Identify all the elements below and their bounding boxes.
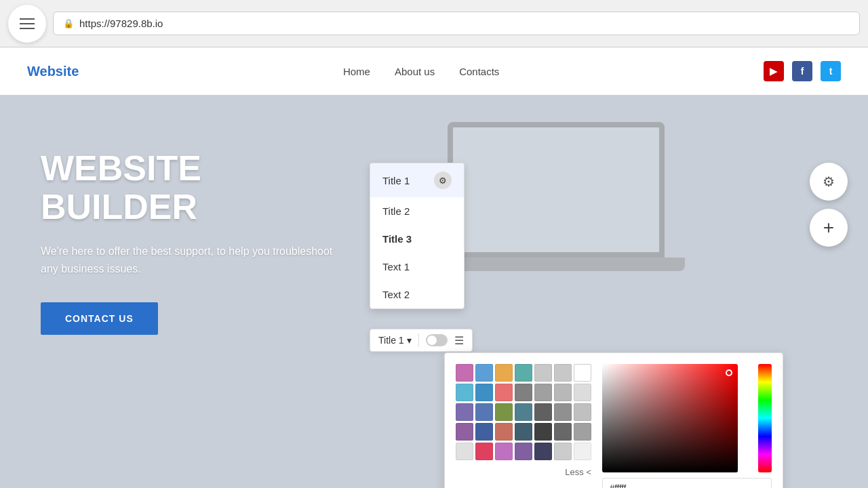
hero-section: WEBSITE BUILDER We're here to offer the …: [0, 95, 868, 488]
gradient-cursor: [726, 369, 732, 376]
dropdown-label-title1: Title 1: [382, 175, 410, 186]
swatch[interactable]: [456, 443, 473, 460]
swatch[interactable]: [515, 384, 532, 401]
facebook-icon[interactable]: f: [792, 61, 812, 81]
swatch[interactable]: [574, 384, 591, 401]
nav-home[interactable]: Home: [343, 66, 370, 77]
swatch[interactable]: [495, 384, 513, 401]
swatch[interactable]: [534, 403, 552, 421]
gear-small-icon: ⚙: [439, 176, 447, 186]
hex-color-input[interactable]: [602, 478, 772, 488]
item-settings-icon[interactable]: ⚙: [434, 171, 452, 189]
swatch[interactable]: [475, 443, 493, 460]
swatch-white[interactable]: [574, 364, 591, 382]
color-picker-panel: Less <: [444, 352, 783, 488]
swatch[interactable]: [574, 423, 591, 441]
font-style-dropdown[interactable]: Title 1 ⚙ Title 2 Title 3 Text 1 Text 2: [370, 163, 465, 309]
less-button[interactable]: Less <: [456, 467, 591, 477]
swatch[interactable]: [554, 364, 572, 382]
swatch[interactable]: [456, 364, 473, 382]
lock-icon: 🔒: [63, 18, 74, 28]
swatch[interactable]: [495, 443, 513, 460]
dropdown-label-title3: Title 3: [382, 233, 412, 245]
dropdown-item-title1[interactable]: Title 1 ⚙: [370, 163, 464, 197]
swatch[interactable]: [495, 403, 513, 421]
swatch[interactable]: [554, 403, 572, 421]
swatch[interactable]: [456, 403, 473, 421]
swatch[interactable]: [456, 423, 473, 441]
social-icons: ▶ f t: [764, 61, 841, 81]
color-swatches-grid: [456, 364, 591, 460]
gear-icon: ⚙: [823, 174, 835, 190]
color-gradient-picker[interactable]: [602, 364, 772, 488]
dropdown-label-title2: Title 2: [382, 205, 410, 217]
site-nav: Home About us Contacts: [343, 66, 499, 77]
gradient-dark-layer: [602, 364, 738, 472]
hue-slider[interactable]: [758, 364, 772, 472]
site-header: Website Home About us Contacts ▶ f t: [0, 47, 868, 95]
hero-title: WEBSITE BUILDER: [41, 149, 339, 226]
swatch[interactable]: [534, 443, 552, 460]
swatch[interactable]: [534, 384, 552, 401]
swatch[interactable]: [495, 423, 513, 441]
dropdown-label-text2: Text 2: [382, 289, 410, 300]
text-format-toolbar[interactable]: Title 1 ▾ ☰: [370, 329, 473, 352]
swatch[interactable]: [515, 364, 532, 382]
swatch[interactable]: [574, 443, 591, 460]
dropdown-item-text1[interactable]: Text 1: [370, 253, 464, 281]
chevron-down-icon: ▾: [407, 335, 412, 346]
hero-subtitle: We're here to offer the best support, to…: [41, 243, 339, 277]
swatch[interactable]: [554, 443, 572, 460]
toolbar-divider: [418, 333, 419, 347]
youtube-icon[interactable]: ▶: [764, 61, 784, 81]
address-bar[interactable]: 🔒 https://97829.8b.io: [53, 12, 860, 35]
settings-fab[interactable]: ⚙: [810, 163, 848, 201]
swatch[interactable]: [515, 443, 532, 460]
toggle-switch[interactable]: [426, 334, 448, 346]
contact-us-button[interactable]: CONTACT US: [41, 302, 158, 335]
swatch[interactable]: [456, 384, 473, 401]
dropdown-label-text1: Text 1: [382, 261, 410, 272]
add-fab[interactable]: +: [810, 209, 848, 247]
website-content: Website Home About us Contacts ▶ f t WEB…: [0, 47, 868, 488]
nav-contacts[interactable]: Contacts: [459, 66, 499, 77]
url-text: https://97829.8b.io: [79, 18, 163, 29]
toolbar-style-label: Title 1 ▾: [378, 335, 412, 346]
text-align-icon[interactable]: ☰: [454, 334, 464, 347]
fab-container: ⚙ +: [810, 163, 848, 247]
swatch[interactable]: [475, 364, 493, 382]
swatch[interactable]: [515, 403, 532, 421]
dropdown-item-title2[interactable]: Title 2: [370, 197, 464, 225]
swatch[interactable]: [534, 423, 552, 441]
color-swatches-container: Less <: [456, 364, 591, 488]
dropdown-item-title3[interactable]: Title 3: [370, 225, 464, 253]
swatch[interactable]: [554, 384, 572, 401]
color-gradient-box[interactable]: [602, 364, 738, 472]
toolbar-title-text: Title 1: [378, 335, 404, 346]
menu-button[interactable]: [8, 5, 46, 43]
swatch[interactable]: [475, 384, 493, 401]
site-logo: Website: [27, 64, 79, 79]
browser-chrome: 🔒 https://97829.8b.io: [0, 0, 868, 47]
swatch[interactable]: [475, 403, 493, 421]
swatch[interactable]: [475, 423, 493, 441]
swatch[interactable]: [574, 403, 591, 421]
hero-content: WEBSITE BUILDER We're here to offer the …: [0, 95, 380, 389]
swatch[interactable]: [515, 423, 532, 441]
twitter-icon[interactable]: t: [821, 61, 841, 81]
dropdown-item-text2[interactable]: Text 2: [370, 281, 464, 308]
swatch[interactable]: [495, 364, 513, 382]
plus-icon: +: [823, 217, 834, 239]
swatch[interactable]: [554, 423, 572, 441]
nav-about[interactable]: About us: [395, 66, 435, 77]
swatch[interactable]: [534, 364, 552, 382]
